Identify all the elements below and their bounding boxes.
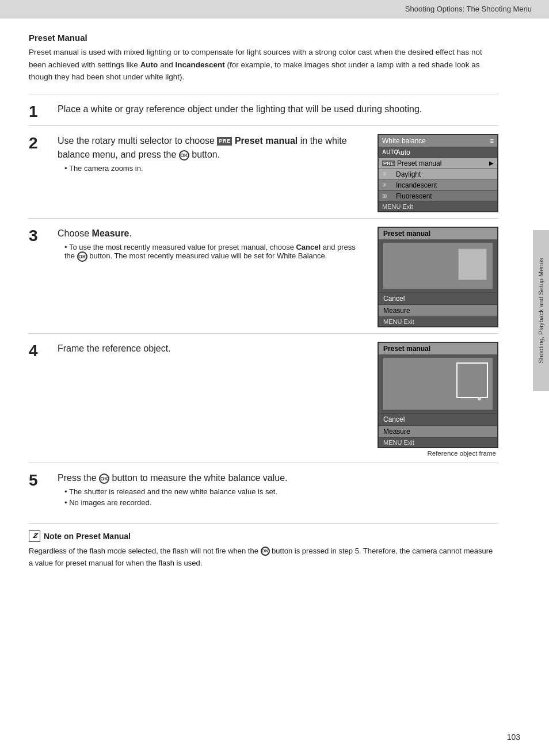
note-text: Regardless of the flash mode selected, t… xyxy=(29,545,498,570)
step-2-number: 2 xyxy=(29,134,52,151)
step-2-left: Use the rotary multi selector to choose … xyxy=(52,134,366,173)
intro-bold-2: Incandescent xyxy=(175,60,224,69)
wb-title-bar: White balance ≡ xyxy=(379,135,497,147)
note-text-1: Regardless of the flash mode selected, t… xyxy=(29,547,261,555)
step-5-number: 5 xyxy=(29,471,52,488)
daylight-label: Daylight xyxy=(395,170,494,178)
step-5-bullet-1: The shutter is released and the new whit… xyxy=(64,487,498,496)
preset-screen-3: Preset manual Cancel Measure MENU Exit xyxy=(378,227,498,327)
preset-preview-3 xyxy=(383,243,493,289)
step-3-right: Preset manual Cancel Measure MENU Exit xyxy=(378,227,498,327)
wb-row-daylight: ✳ Daylight xyxy=(379,169,497,180)
header-bar: Shooting Options: The Shooting Menu xyxy=(0,0,549,18)
wb-row-auto: AUTO Auto xyxy=(379,147,497,158)
incandescent-icon: ✳ xyxy=(382,182,395,188)
ref-menu: MENU xyxy=(383,439,402,446)
page-number: 103 xyxy=(507,732,520,742)
ref-footer: MENU Exit xyxy=(379,437,497,447)
step-5-row: 5 Press the OK button to measure the whi… xyxy=(29,463,498,513)
note-title-text: Note on Preset Manual xyxy=(44,532,131,541)
step-4-left: Frame the reference object. xyxy=(52,342,366,356)
intro-mid: and xyxy=(158,60,175,69)
wb-row-preset: PRE Preset manual ▶ xyxy=(379,158,497,169)
ok-button-step3: OK xyxy=(77,251,87,262)
ref-preview xyxy=(383,358,493,410)
wb-row-fluorescent: ⊞ Fluorescent xyxy=(379,191,497,202)
incandescent-label: Incandescent xyxy=(395,181,494,189)
ok-button-step5: OK xyxy=(99,474,109,484)
white-balance-screen: White balance ≡ AUTO Auto PRE Preset man… xyxy=(378,134,498,212)
ref-screen: Preset manual Cancel Measure MENU Exit xyxy=(378,342,498,448)
preset-option-cancel-3: Cancel xyxy=(379,292,497,304)
ref-caption: Reference object frame xyxy=(378,450,498,457)
step-4-right: Preset manual Cancel Measure MENU Exit R… xyxy=(378,342,498,457)
ok-button-note: OK xyxy=(261,547,270,556)
step-3-bullet: To use the most recently measured value … xyxy=(64,243,366,262)
header-title: Shooting Options: The Shooting Menu xyxy=(405,5,532,13)
page-container: Shooting Options: The Shooting Menu Shoo… xyxy=(0,0,549,756)
preset-footer-3: MENU Exit xyxy=(379,316,497,326)
side-tab: Shooting, Playback and Setup Menus xyxy=(533,230,549,391)
step-2-right: White balance ≡ AUTO Auto PRE Preset man… xyxy=(378,134,498,212)
wb-footer-menu: MENU xyxy=(382,203,401,210)
step-5-content: Press the OK button to measure the white… xyxy=(52,471,498,507)
step-3-main-text: Choose Measure. xyxy=(58,227,366,240)
fluorescent-icon: ⊞ xyxy=(382,193,395,199)
step-1-main-text: Place a white or gray reference object u… xyxy=(58,102,498,116)
step-3-number: 3 xyxy=(29,227,52,244)
pre-icon: PRE xyxy=(217,137,232,146)
auto-label: Auto xyxy=(395,148,494,156)
ref-title: Preset manual xyxy=(379,343,497,354)
ref-dot xyxy=(478,397,481,400)
intro-text: Preset manual is used with mixed lightin… xyxy=(29,46,498,83)
step-3-row: 3 Choose Measure. To use the most recent… xyxy=(29,218,498,333)
main-content: Preset Manual Preset manual is used with… xyxy=(0,18,533,583)
step-1-number: 1 xyxy=(29,102,52,120)
step-4-number: 4 xyxy=(29,342,52,359)
note-icon: 𝒁 xyxy=(29,530,40,542)
preset-arrow: ▶ xyxy=(489,160,494,166)
ref-option-measure: Measure xyxy=(379,425,497,437)
fluorescent-label: Fluorescent xyxy=(395,192,494,200)
step-1-content: Place a white or gray reference object u… xyxy=(52,102,498,116)
step-4-row: 4 Frame the reference object. Preset man… xyxy=(29,333,498,463)
daylight-icon: ✳ xyxy=(382,171,395,177)
wb-icon: ≡ xyxy=(490,137,494,145)
section-title: Preset Manual xyxy=(29,33,498,43)
ref-frame-box xyxy=(456,362,488,398)
preset-label: Preset manual xyxy=(395,159,489,167)
step-1-row: 1 Place a white or gray reference object… xyxy=(29,94,498,125)
intro-bold-1: Auto xyxy=(140,60,158,69)
step-2-row: 2 Use the rotary multi selector to choos… xyxy=(29,125,498,218)
preset-menu-3: MENU xyxy=(383,318,402,325)
step-4-main-text: Frame the reference object. xyxy=(58,342,366,356)
ok-button-step2: OK xyxy=(179,150,189,161)
wb-footer: MENU Exit xyxy=(379,202,497,211)
preset-title-3: Preset manual xyxy=(379,228,497,239)
preset-preview-inner-3 xyxy=(458,249,487,280)
step-3-left: Choose Measure. To use the most recently… xyxy=(52,227,366,262)
step-5-main-text: Press the OK button to measure the white… xyxy=(58,471,498,485)
wb-title: White balance xyxy=(382,137,426,145)
wb-row-incandescent: ✳ Incandescent xyxy=(379,180,497,191)
pre-icon-wb: PRE xyxy=(382,161,395,166)
step-2-main-text: Use the rotary multi selector to choose … xyxy=(58,134,366,162)
auto-icon: AUTO xyxy=(382,149,395,155)
ref-option-cancel: Cancel xyxy=(379,413,497,425)
preset-option-measure-3: Measure xyxy=(379,304,497,316)
side-tab-text: Shooting, Playback and Setup Menus xyxy=(537,258,544,363)
step-5-bullet-2: No images are recorded. xyxy=(64,498,498,507)
note-title: 𝒁 Note on Preset Manual xyxy=(29,530,498,542)
step-2-bullet: The camera zooms in. xyxy=(64,164,366,173)
note-box: 𝒁 Note on Preset Manual Regardless of th… xyxy=(29,523,498,570)
